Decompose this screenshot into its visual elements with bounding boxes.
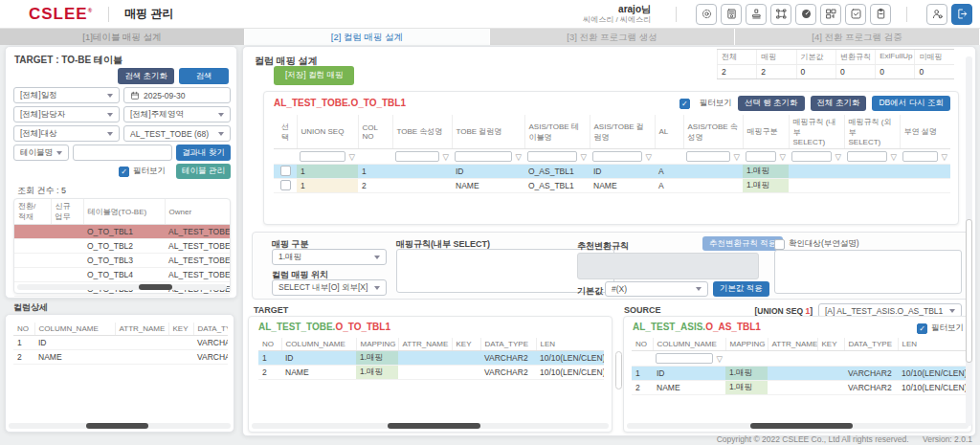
horizontal-scrollbar[interactable] [627, 423, 969, 429]
filter-input[interactable] [455, 151, 512, 162]
scrollbar-thumb[interactable] [966, 219, 972, 363]
col-header: 매핑규칙 (내부 SELECT) [789, 115, 844, 149]
funnel-icon[interactable]: ▽ [941, 152, 947, 162]
table-row[interactable]: O_TO_TBL2AL_TEST_TOBE [14, 239, 230, 254]
find-in-results-button[interactable]: 결과내 찾기 [176, 145, 231, 161]
search-reset-button[interactable]: 검색 초기화 [118, 68, 174, 84]
source-filter-view-checkbox[interactable]: ✓ [917, 323, 927, 334]
apply-recommend-rule-button[interactable]: 추천변환규칙 적용 [702, 236, 783, 251]
save-column-mapping-button[interactable]: [저장] 컬럼 매핑 [274, 66, 354, 85]
target-tobe-panel: TARGET : TO-BE 테이블 검색 초기화 검색 [전체]일정 2025… [5, 46, 237, 299]
filter-input[interactable] [847, 151, 887, 162]
schedule-select[interactable]: [전체]일정 [13, 87, 120, 103]
manager-select[interactable]: [전체]담당자 [13, 106, 120, 122]
map-type-select[interactable]: 1.매핑 [272, 249, 387, 265]
stamp-button[interactable] [746, 4, 767, 25]
horizontal-scrollbar[interactable] [252, 423, 609, 429]
table-row[interactable]: 2NAMEVARCHAR2 [13, 350, 228, 365]
table-row[interactable]: 1ID 1.매핑 VARCHAR210/10(LEN/CLEN) [632, 367, 966, 381]
table-row[interactable]: 2NAME 1.매핑 VARCHAR210/10(LEN/CLEN) [632, 381, 966, 395]
funnel-icon[interactable]: ▽ [442, 152, 449, 162]
filter-input[interactable] [902, 151, 938, 162]
filter-input[interactable] [592, 151, 642, 162]
reset-all-button[interactable]: 전체 초기화 [811, 96, 867, 111]
mapping-row[interactable]: 1 2 NAME O_AS_TBL1 NAME A 1.매핑 [274, 179, 950, 193]
tab-table-mapping[interactable]: [1]테이블 매핑 설계 [0, 29, 245, 45]
funnel-icon[interactable]: ▽ [733, 152, 740, 162]
apply-default-value-button[interactable]: 기본값 적용 [713, 281, 769, 297]
row-select-checkbox[interactable] [280, 166, 291, 176]
filter-input[interactable] [300, 151, 345, 162]
filter-input[interactable] [395, 151, 439, 162]
dashboard-button[interactable] [795, 4, 816, 25]
funnel-icon[interactable]: ▽ [716, 354, 723, 364]
filter-input[interactable] [656, 353, 713, 364]
tab-program-verify[interactable]: [4] 전환 프로그램 검증 [735, 29, 980, 45]
filter-view-label: 필터보기 [133, 166, 166, 177]
confirm-target-checkbox[interactable] [774, 239, 785, 250]
table-row[interactable]: O_TO_TBL1AL_TEST_TOBE [14, 225, 230, 239]
table-search-input[interactable] [73, 145, 172, 161]
col-header: 신규 업무 [51, 199, 83, 225]
layout-button[interactable] [820, 4, 841, 25]
vertical-scrollbar[interactable] [966, 56, 972, 426]
funnel-icon[interactable]: ▽ [835, 152, 841, 162]
scrollbar-thumb[interactable] [139, 284, 172, 290]
mapping-position-select[interactable]: SELECT 내부[O] 외부[X] [272, 279, 387, 296]
target-select[interactable]: [전체]대상 [13, 125, 120, 142]
task-check-button[interactable] [845, 4, 866, 25]
grid-filter-view-checkbox[interactable]: ✓ [679, 99, 690, 109]
funnel-icon[interactable]: ▽ [779, 152, 786, 162]
tab-column-mapping[interactable]: [2] 컬럼 매핑 설계 [245, 29, 490, 45]
default-value-select[interactable]: #(X) [605, 281, 708, 297]
settings-button[interactable] [696, 4, 717, 25]
col-header: DATA_TYPE [844, 338, 898, 351]
funnel-icon[interactable]: ▽ [515, 152, 522, 162]
logout-button[interactable] [951, 4, 972, 25]
chevron-down-icon [374, 286, 380, 290]
subject-area-select[interactable]: [전체]주제영역 [123, 106, 231, 122]
scrollbar-thumb[interactable] [750, 423, 853, 429]
user-settings-button[interactable] [926, 4, 947, 25]
funnel-icon[interactable]: ▽ [348, 152, 355, 162]
table-row[interactable]: O_TO_TBL3AL_TEST_TOBE [14, 254, 230, 268]
filter-input[interactable] [686, 151, 730, 162]
funnel-icon[interactable]: ▽ [645, 152, 652, 162]
panel-splitter-handle[interactable] [615, 351, 622, 389]
horizontal-scrollbar[interactable] [9, 423, 231, 429]
reload-from-db-button[interactable]: DB에서 다시 조회 [872, 96, 950, 111]
filter-input[interactable] [746, 151, 776, 162]
target-table-card: AL_TEST_TOBE.O_TO_TBL1 NO COLUMN_NAME MA… [248, 316, 612, 433]
filter-input[interactable] [527, 151, 577, 162]
search-type-select[interactable]: 테이블명 [13, 145, 69, 161]
date-field[interactable]: 2025-09-30 [123, 87, 231, 103]
table-row[interactable]: 1IDVARCHAR2 [13, 336, 228, 350]
funnel-icon[interactable]: ▽ [580, 152, 587, 162]
mapping-row[interactable]: 1 1 ID O_AS_TBL1 ID A 1.매핑 [274, 165, 950, 179]
filter-input[interactable] [791, 151, 832, 162]
funnel-icon[interactable]: ▽ [890, 152, 897, 162]
scrollbar-thumb[interactable] [86, 423, 148, 429]
selection-button[interactable] [770, 4, 791, 25]
row-select-checkbox[interactable] [280, 180, 291, 190]
source-table: NO COLUMN_NAME MAPPING ATTR_NAME KEY DAT… [632, 338, 966, 395]
mapping-grid: 선 택 UNION SEQ COL NO TOBE 속성명 TOBE 컬럼명 A… [274, 115, 950, 193]
tobe-schema-select[interactable]: AL_TEST_TOBE (68) [123, 125, 231, 142]
table-manage-button[interactable]: 테이블 관리 [176, 164, 231, 179]
table-row[interactable]: 2NAME 1.매핑 VARCHAR210/10(LEN/CLEN) [258, 366, 604, 380]
filter-row: ▽ ▽ ▽ ▽ ▽ ▽ ▽ ▽ ▽ ▽ [274, 149, 950, 165]
tab-program-generate[interactable]: [3] 전환 프로그램 생성 [490, 29, 735, 45]
col-header: TOBE 속성명 [392, 115, 452, 149]
search-button[interactable]: 검색 [179, 68, 229, 84]
reset-selected-rows-button[interactable]: 선택 행 초기화 [738, 96, 805, 111]
table-row[interactable]: 1ID 1.매핑 VARCHAR210/10(LEN/CLEN) [258, 351, 604, 366]
filter-view-checkbox[interactable]: ✓ [119, 167, 129, 177]
col-header: NO [13, 323, 34, 336]
horizontal-scrollbar[interactable] [17, 284, 227, 290]
table-row[interactable]: O_TO_TBL4AL_TEST_TOBE [14, 268, 230, 282]
approval-button[interactable] [721, 4, 742, 25]
note-textarea[interactable] [774, 250, 962, 294]
col-header: 매핑구분 [743, 115, 789, 149]
scrollbar-thumb[interactable] [388, 423, 480, 429]
clipboard-button[interactable] [870, 4, 891, 25]
